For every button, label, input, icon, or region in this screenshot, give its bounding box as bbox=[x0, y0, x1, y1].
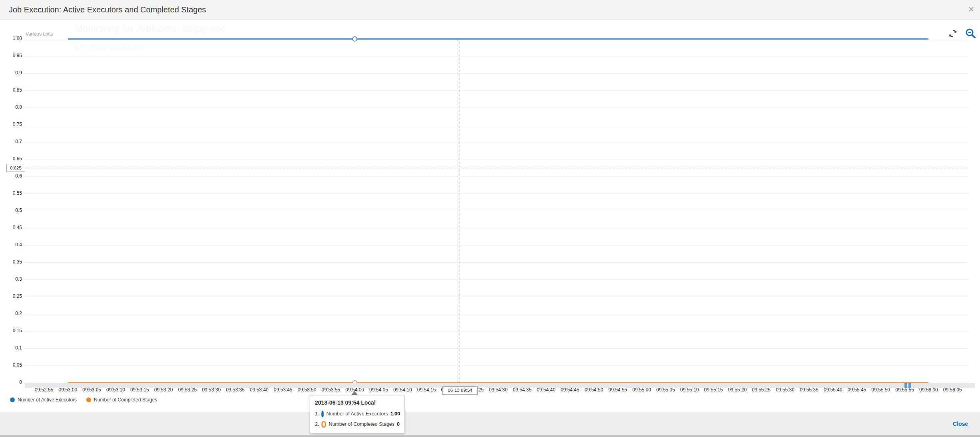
x-axis-label: 09:55:00 bbox=[632, 387, 651, 393]
tooltip-series-value: 0 bbox=[397, 421, 400, 427]
x-axis-label: 09:56:05 bbox=[943, 387, 962, 393]
y-axis-label: 0.85 bbox=[0, 87, 22, 93]
background-page-subheading: ETL Data Movement bbox=[75, 44, 144, 53]
y-gridline bbox=[23, 142, 968, 142]
modal-bottom-edge bbox=[0, 435, 980, 437]
number-of-active-executors-line bbox=[68, 38, 929, 40]
y-gridline bbox=[23, 365, 968, 366]
x-axis-label: 09:55:30 bbox=[776, 387, 795, 393]
y-gridline bbox=[23, 73, 968, 74]
x-axis-label: 09:54:55 bbox=[608, 387, 627, 393]
x-axis-label: 09:53:00 bbox=[58, 387, 77, 393]
y-gridline bbox=[23, 331, 968, 331]
tooltip-series-name: Number of Completed Stages bbox=[329, 421, 394, 427]
y-axis-label: 0.3 bbox=[0, 276, 22, 282]
y-gridline bbox=[23, 108, 968, 108]
x-axis-label: 09:55:20 bbox=[728, 387, 747, 393]
tooltip-title: 2018-06-13 09:54 Local bbox=[315, 399, 400, 406]
zoom-out-icon[interactable] bbox=[965, 28, 976, 39]
x-axis-label: 09:54:10 bbox=[393, 387, 412, 393]
y-axis-label: 1.00 bbox=[0, 36, 22, 41]
y-axis-label: 0.15 bbox=[0, 328, 22, 333]
legend-dot-icon bbox=[86, 397, 91, 402]
y-gridline bbox=[23, 56, 968, 56]
tooltip-rows: 1.Number of Active Executors1.002.Number… bbox=[315, 409, 400, 429]
x-axis-label: 09:52:55 bbox=[35, 387, 54, 393]
y-axis-label: 0.55 bbox=[0, 190, 22, 196]
modal-title: Job Execution: Active Executors and Comp… bbox=[9, 0, 206, 20]
tooltip-row-index: 2. bbox=[315, 421, 319, 427]
series-ring-icon bbox=[321, 421, 326, 428]
y-axis-label: 0.8 bbox=[0, 104, 22, 110]
close-icon[interactable]: ✕ bbox=[968, 5, 974, 14]
x-axis-label: 09:54:05 bbox=[369, 387, 388, 393]
crosshair-y-readout: 0.625 bbox=[6, 164, 25, 172]
x-axis-label: 09:54:45 bbox=[561, 387, 580, 393]
y-axis-label: 0 bbox=[0, 379, 22, 385]
timeline-slider-handle[interactable] bbox=[904, 383, 911, 388]
x-axis-label: 09:53:55 bbox=[321, 387, 340, 393]
y-gridline bbox=[23, 245, 968, 245]
tooltip-series-name: Number of Active Executors bbox=[326, 411, 388, 417]
tooltip-series-value: 1.00 bbox=[390, 411, 400, 417]
x-axis-label: 09:53:20 bbox=[154, 387, 173, 393]
x-axis-label: 09:55:25 bbox=[752, 387, 771, 393]
crosshair-x-readout: 06-13 09:54 bbox=[442, 386, 478, 395]
x-axis-label: 09:55:40 bbox=[824, 387, 843, 393]
y-axis-label: 0.4 bbox=[0, 242, 22, 247]
x-axis-label: 09:53:35 bbox=[226, 387, 245, 393]
close-button[interactable]: Close bbox=[953, 412, 968, 435]
y-gridline bbox=[23, 297, 968, 297]
refresh-icon[interactable] bbox=[948, 29, 958, 38]
x-axis-label: 09:53:30 bbox=[202, 387, 221, 393]
y-gridline bbox=[23, 228, 968, 228]
x-axis-label: 09:56:00 bbox=[919, 387, 938, 393]
y-axis-label: 0.1 bbox=[0, 345, 22, 351]
y-axis-label: 0.6 bbox=[0, 173, 22, 179]
x-axis-label: 09:53:50 bbox=[298, 387, 317, 393]
legend-label: Number of Completed Stages bbox=[94, 397, 157, 403]
units-label: Various units bbox=[26, 31, 53, 37]
x-axis-label: 09:53:05 bbox=[82, 387, 101, 393]
y-gridline bbox=[23, 262, 968, 263]
y-axis-label: 0.95 bbox=[0, 53, 22, 58]
y-axis-label: 0.5 bbox=[0, 208, 22, 213]
y-gridline bbox=[23, 314, 968, 314]
modal-footer: Close bbox=[0, 412, 980, 435]
y-axis-label: 0.35 bbox=[0, 259, 22, 265]
tooltip-row-index: 1. bbox=[315, 411, 319, 417]
tooltip-row: 1.Number of Active Executors1.00 bbox=[315, 409, 400, 419]
x-axis-label: 09:54:35 bbox=[513, 387, 532, 393]
x-axis-label: 09:55:10 bbox=[680, 387, 699, 393]
y-gridline bbox=[23, 211, 968, 211]
y-axis-label: 0.75 bbox=[0, 122, 22, 127]
x-axis-label: 09:53:10 bbox=[106, 387, 125, 393]
x-axis-label: 09:54:30 bbox=[489, 387, 508, 393]
y-axis-label: 0.9 bbox=[0, 70, 22, 76]
x-axis-label: 09:54:40 bbox=[537, 387, 556, 393]
job-execution-modal: Monitoring for JobName: sbijay-vpc ETL D… bbox=[0, 0, 980, 437]
hovered-point-marker bbox=[352, 36, 357, 42]
y-axis-label: 0.25 bbox=[0, 293, 22, 299]
x-axis-label: 09:53:15 bbox=[130, 387, 149, 393]
x-axis-label: 09:54:15 bbox=[417, 387, 436, 393]
y-gridline bbox=[23, 90, 968, 91]
y-axis-label: 0.65 bbox=[0, 156, 22, 162]
y-axis-label: 0.7 bbox=[0, 139, 22, 144]
background-page-heading: Monitoring for JobName: sbijay-vpc bbox=[75, 23, 225, 34]
tooltip-caret bbox=[351, 391, 358, 395]
crosshair-vertical-line bbox=[460, 39, 460, 383]
x-axis-label: 09:55:05 bbox=[656, 387, 675, 393]
y-axis-label: 0.05 bbox=[0, 362, 22, 368]
timeline-slider-track bbox=[25, 383, 975, 388]
y-gridline bbox=[23, 194, 968, 194]
x-axis-label: 09:55:15 bbox=[704, 387, 723, 393]
y-axis-label: 0.45 bbox=[0, 225, 22, 230]
x-axis-label: 09:53:45 bbox=[274, 387, 293, 393]
y-gridline bbox=[23, 125, 968, 125]
legend-item[interactable]: Number of Active Executors bbox=[10, 397, 77, 403]
legend-item[interactable]: Number of Completed Stages bbox=[86, 397, 157, 403]
chart-legend: Number of Active ExecutorsNumber of Comp… bbox=[10, 397, 157, 403]
y-gridline bbox=[23, 279, 968, 280]
x-axis-label: 09:54:50 bbox=[585, 387, 604, 393]
